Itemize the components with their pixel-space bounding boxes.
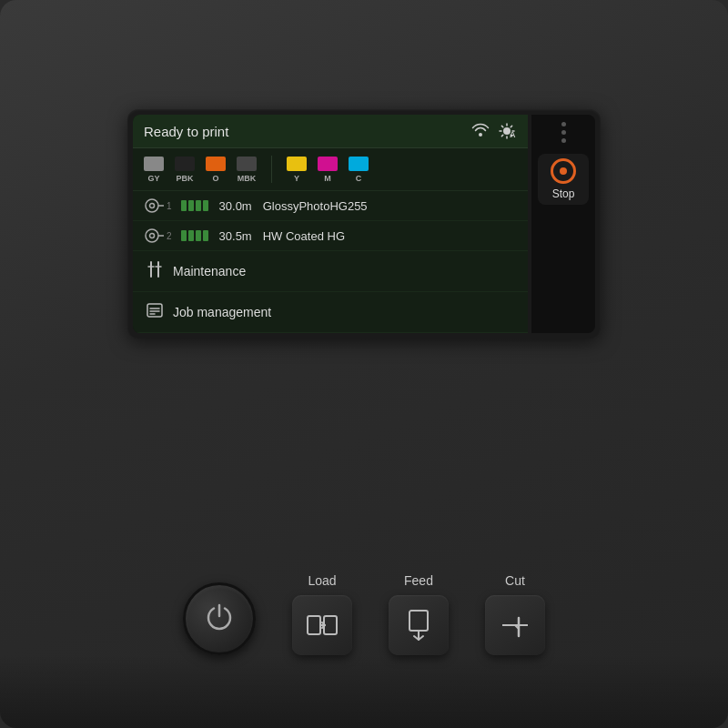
- ink-label-y: Y: [294, 174, 299, 183]
- svg-line-8: [501, 135, 502, 136]
- ink-swatch-pbk: [175, 157, 195, 171]
- screen-main: Ready to print: [133, 115, 528, 333]
- ink-o: O: [206, 157, 226, 183]
- svg-point-14: [150, 234, 155, 238]
- svg-rect-20: [147, 304, 162, 317]
- roll-1-media: GlossyPhotoHG255: [263, 199, 368, 213]
- screen-container: Ready to print: [127, 109, 601, 339]
- ink-y: Y: [287, 157, 307, 183]
- roll-2-bars: [181, 230, 208, 241]
- roll-2-number: 2: [167, 231, 172, 241]
- scroll-dot: [561, 130, 566, 135]
- svg-rect-24: [308, 616, 320, 634]
- ink-pbk: PBK: [175, 157, 195, 183]
- ink-label-pbk: PBK: [176, 174, 193, 183]
- ink-gy: GY: [144, 157, 164, 183]
- cut-button[interactable]: [485, 595, 545, 655]
- ink-c: C: [349, 157, 369, 183]
- power-button[interactable]: [183, 582, 256, 655]
- roll-2-row[interactable]: 2 30.5m HW Coated HG: [133, 221, 528, 251]
- roll-bar: [188, 200, 194, 211]
- ink-m: M: [318, 157, 338, 183]
- ink-swatch-mbk: [237, 157, 257, 171]
- scroll-dot: [561, 138, 566, 143]
- wifi-icon: [471, 122, 490, 140]
- roll-2-icon: 2: [144, 228, 172, 244]
- printer-body: Ready to print: [0, 0, 728, 728]
- ink-label-c: C: [356, 174, 362, 183]
- feed-label: Feed: [404, 573, 433, 588]
- svg-point-10: [146, 199, 158, 212]
- power-button-container: [183, 582, 256, 655]
- roll-bar: [203, 230, 208, 241]
- bottom-controls: Load Feed: [91, 573, 637, 655]
- job-management-menu-item[interactable]: Job management: [133, 292, 528, 333]
- roll-1-bars: [181, 200, 208, 211]
- ink-label-m: M: [324, 174, 331, 183]
- roll-bar: [196, 200, 201, 211]
- power-icon: [205, 602, 234, 637]
- status-icons: A: [471, 122, 517, 140]
- side-panel: Stop: [531, 115, 595, 333]
- roll-bar: [188, 230, 194, 241]
- maintenance-menu-item[interactable]: Maintenance: [133, 251, 528, 292]
- job-management-label: Job management: [173, 305, 271, 319]
- status-bar: Ready to print: [133, 115, 528, 148]
- roll-2-media: HW Coated HG: [263, 229, 345, 243]
- svg-rect-25: [324, 616, 337, 634]
- ink-swatch-c: [349, 157, 369, 171]
- svg-line-5: [501, 126, 502, 126]
- ink-label-gy: GY: [147, 174, 159, 183]
- roll-1-number: 1: [167, 201, 172, 211]
- roll-bar: [203, 200, 208, 211]
- scroll-dots: [561, 122, 566, 143]
- ink-label-mbk: MBK: [238, 174, 257, 183]
- roll-1-info: 30.0m: [219, 199, 252, 213]
- roll-2-info: 30.5m: [219, 229, 252, 243]
- brightness-icon: A: [497, 123, 517, 139]
- ink-row: GY PBK O MBK Y: [133, 148, 528, 191]
- roll-1-row[interactable]: 1 30.0m GlossyPhotoHG255: [133, 191, 528, 221]
- scroll-dot: [561, 122, 566, 126]
- feed-button[interactable]: [389, 595, 449, 655]
- ink-separator: [271, 156, 272, 183]
- ink-mbk: MBK: [237, 157, 257, 183]
- roll-bar: [196, 230, 201, 241]
- cut-control-group: Cut: [485, 573, 545, 655]
- ink-swatch-o: [206, 157, 226, 171]
- ink-swatch-gy: [144, 157, 164, 171]
- stop-label: Stop: [552, 187, 575, 200]
- svg-rect-29: [410, 611, 428, 631]
- maintenance-icon: [146, 260, 164, 282]
- printer-base: [0, 655, 728, 728]
- load-control-group: Load: [292, 573, 352, 655]
- roll-1-icon: 1: [144, 197, 172, 214]
- load-label: Load: [308, 573, 336, 588]
- svg-text:A: A: [510, 130, 516, 139]
- ink-label-o: O: [212, 174, 218, 183]
- load-button[interactable]: [292, 595, 352, 655]
- svg-point-11: [150, 204, 155, 208]
- job-icon: [146, 301, 164, 323]
- ink-swatch-y: [287, 157, 307, 171]
- maintenance-label: Maintenance: [173, 264, 246, 278]
- ink-swatch-m: [318, 157, 338, 171]
- stop-icon-inner: [560, 167, 567, 175]
- svg-line-7: [511, 126, 511, 126]
- stop-button[interactable]: Stop: [538, 154, 589, 205]
- svg-point-13: [146, 229, 158, 242]
- stop-icon: [551, 158, 576, 184]
- status-text: Ready to print: [144, 124, 228, 139]
- roll-bar: [181, 230, 187, 241]
- roll-bar: [181, 200, 187, 211]
- cut-label: Cut: [505, 573, 525, 588]
- feed-control-group: Feed: [389, 573, 449, 655]
